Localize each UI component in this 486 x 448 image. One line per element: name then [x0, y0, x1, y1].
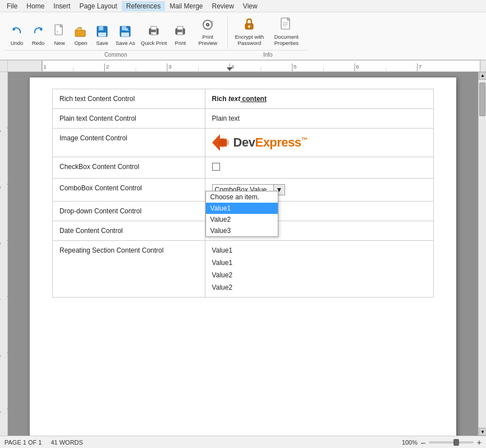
row-label-combobox: ComboBox Content Control [53, 178, 205, 201]
svg-point-24 [207, 24, 208, 25]
scroll-thumb[interactable] [479, 83, 485, 116]
doc-properties-label: Document Properties [270, 34, 302, 47]
undo-button[interactable]: Undo [7, 24, 27, 47]
svg-point-16 [155, 30, 157, 32]
menu-mail-merge[interactable]: Mail Merge [165, 1, 207, 11]
rich-text-bold-italic: text [228, 95, 240, 103]
dropdown-item-value1[interactable]: Value1 [206, 203, 278, 214]
menu-page-layout[interactable]: Page Layout [75, 1, 121, 11]
svg-text:≡: ≡ [56, 30, 58, 34]
doc-properties-icon [279, 17, 293, 33]
dropdown-item-value3[interactable]: Value3 [206, 225, 278, 236]
menu-home[interactable]: Home [22, 1, 49, 11]
print-label: Print [175, 40, 186, 46]
table-row: Repeating Section Content Control Value1… [53, 240, 434, 297]
word-count: 41 WORDS [51, 439, 82, 446]
save-as-label: Save As [116, 40, 135, 46]
repeating-value-3: Value2 [212, 271, 427, 279]
doc-properties-button[interactable]: Document Properties [268, 16, 304, 48]
print-preview-button[interactable]: ? Print Preview [191, 17, 224, 48]
row-value-rich-text: Rich text content [205, 89, 433, 108]
document-area: Rich text Content Control Rich text cont… [8, 72, 478, 436]
zoom-minus-icon[interactable]: – [421, 438, 425, 447]
dropdown-item-choose[interactable]: Choose an item. [206, 191, 278, 203]
save-label: Save [96, 40, 108, 46]
save-button[interactable]: Save [92, 24, 112, 47]
new-icon: ≡ [53, 24, 66, 39]
quick-print-icon: ≡ [147, 24, 161, 39]
repeating-value-1: Value1 [212, 246, 427, 254]
save-icon [96, 25, 108, 39]
scroll-track[interactable] [479, 80, 486, 428]
svg-rect-11 [121, 33, 129, 36]
svg-text:1: 1 [0, 130, 2, 132]
svg-text:A: A [126, 28, 129, 31]
main-area: 1 2 3 4 5 6 Rich text Content Control Ri… [0, 72, 486, 436]
scrollbar-right: ▲ ▼ [478, 72, 486, 436]
row-value-image: DevExpress™ [205, 128, 433, 157]
scroll-down-button[interactable]: ▼ [479, 428, 486, 436]
row-label-checkbox: CheckBox Content Control [53, 157, 205, 178]
menu-references[interactable]: References [122, 1, 165, 11]
new-button[interactable]: ≡ New [49, 23, 70, 47]
undo-icon [11, 25, 23, 39]
svg-rect-7 [99, 26, 103, 30]
row-label-dropdown: Drop-down Content Control [53, 201, 205, 221]
menu-view[interactable]: View [239, 1, 262, 11]
status-right: 100% – + [402, 438, 482, 447]
info-group-label: Info [228, 50, 308, 60]
row-value-repeating: Value1 Value1 Value2 Value2 [205, 240, 433, 297]
row-value-checkbox [205, 157, 433, 178]
devexpress-text: DevExpress™ [233, 135, 308, 150]
zoom-plus-icon[interactable]: + [477, 438, 482, 447]
row-label-repeating: Repeating Section Content Control [53, 240, 205, 297]
svg-text:5: 5 [0, 354, 2, 357]
ribbon-group-common: Undo Redo ≡ New [3, 17, 228, 60]
print-icon [173, 24, 187, 39]
save-as-button[interactable]: A Save As [113, 24, 137, 47]
zoom-thumb [453, 439, 459, 446]
svg-text:6: 6 [0, 410, 2, 413]
print-button[interactable]: Print [170, 23, 190, 47]
zoom-slider[interactable] [429, 441, 474, 444]
ribbon-group-common-buttons: Undo Redo ≡ New [3, 17, 228, 49]
dropdown-item-value2[interactable]: Value2 [206, 214, 278, 225]
svg-text:3: 3 [168, 63, 172, 69]
svg-rect-28 [249, 26, 250, 28]
zoom-level: 100% [402, 439, 418, 446]
table-row: CheckBox Content Control [53, 157, 434, 178]
menu-file[interactable]: File [2, 1, 22, 11]
svg-text:≡: ≡ [152, 33, 154, 36]
save-as-icon: A [119, 25, 131, 39]
svg-rect-5 [75, 30, 85, 36]
quick-print-button[interactable]: ≡ Quick Print [139, 23, 169, 47]
svg-text:2: 2 [0, 186, 2, 189]
left-ruler: 1 2 3 4 5 6 [0, 72, 8, 436]
table-row: ComboBox Content Control ComboBox Value … [53, 178, 434, 201]
row-value-plain-text: Plain text [205, 108, 433, 128]
row-label-plain-text: Plain text Content Control [53, 108, 205, 128]
dev-text: Dev [233, 135, 255, 149]
svg-text:6: 6 [356, 63, 359, 69]
menu-insert[interactable]: Insert [49, 1, 75, 11]
svg-text:5: 5 [294, 63, 297, 69]
ruler-main: 1 2 3 4 5 6 7 [8, 61, 486, 71]
common-group-label: Common [3, 50, 228, 60]
row-label-date: Date Content Control [53, 221, 205, 240]
rich-text-bold: Rich [212, 95, 228, 103]
undo-label: Undo [11, 40, 24, 46]
page-info: PAGE 1 OF 1 [4, 439, 42, 446]
encrypt-label: Encrypt with Password [233, 34, 265, 47]
menu-review[interactable]: Review [208, 1, 239, 11]
repeating-value-2: Value1 [212, 259, 427, 267]
encrypt-button[interactable]: Encrypt with Password [231, 15, 267, 48]
ruler: 1 2 3 4 5 6 7 [0, 61, 486, 72]
open-button[interactable]: Open [71, 24, 91, 47]
table-row: Rich text Content Control Rich text cont… [53, 89, 434, 108]
svg-text:?: ? [211, 20, 214, 25]
redo-button[interactable]: Redo [28, 24, 48, 47]
scroll-up-button[interactable]: ▲ [479, 72, 486, 80]
checkbox-control[interactable] [212, 163, 220, 171]
content-table: Rich text Content Control Rich text cont… [52, 89, 434, 298]
status-left: PAGE 1 OF 1 41 WORDS [4, 439, 83, 446]
